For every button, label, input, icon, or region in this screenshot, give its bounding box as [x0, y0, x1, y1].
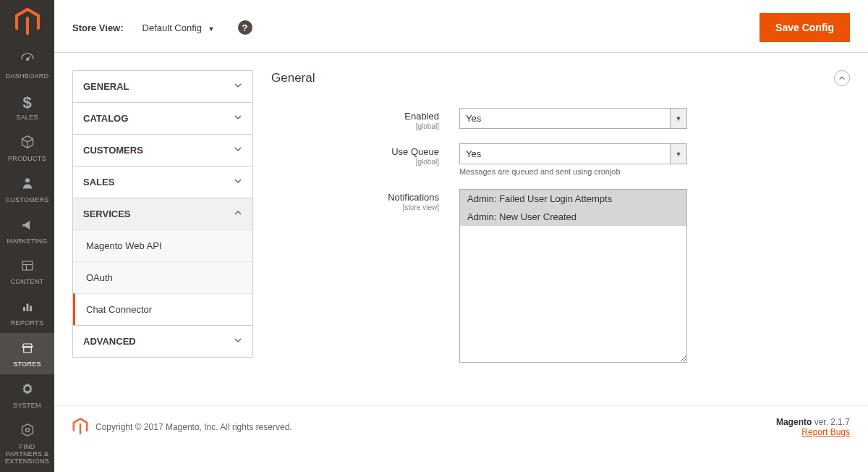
admin-sidebar: DASHBOARD $ SALES PRODUCTS CUSTOMERS MAR…	[0, 0, 54, 449]
sidebar-item-products[interactable]: PRODUCTS	[0, 127, 54, 169]
config-nav-header[interactable]: ADVANCED	[73, 326, 252, 357]
sidebar-label: MARKETING	[7, 238, 47, 245]
report-bugs-link[interactable]: Report Bugs	[801, 427, 850, 437]
config-nav-link-chat-connector[interactable]: Chat Connector	[73, 293, 252, 325]
chevron-down-icon	[234, 81, 242, 92]
topbar: Store View: Default Config ▼ ? Save Conf…	[54, 0, 868, 53]
svg-rect-7	[26, 304, 28, 312]
multiselect-option[interactable]: Admin: Failed User Login Attempts	[460, 190, 686, 208]
sidebar-item-partners[interactable]: FIND PARTNERS & EXTENSIONS	[0, 416, 54, 449]
svg-rect-8	[30, 306, 32, 312]
config-nav-label: CATALOG	[83, 113, 128, 124]
person-icon	[21, 176, 34, 195]
caret-down-icon: ▼	[208, 25, 215, 33]
config-nav-section-sales: SALES	[73, 167, 252, 198]
help-icon[interactable]: ?	[238, 20, 252, 35]
sidebar-label: STORES	[13, 361, 41, 368]
sidebar-label: PRODUCTS	[8, 156, 46, 163]
chevron-down-icon	[234, 336, 242, 347]
footer: Copyright © 2017 Magento, Inc. All right…	[54, 405, 868, 449]
partners-icon	[20, 423, 35, 442]
sidebar-item-sales[interactable]: $ SALES	[0, 86, 54, 127]
chevron-down-icon	[234, 177, 242, 187]
config-nav-section-advanced: ADVANCED	[73, 326, 252, 357]
gear-icon	[20, 382, 35, 400]
sidebar-item-reports[interactable]: REPORTS	[0, 292, 54, 333]
sidebar-label: REPORTS	[11, 320, 43, 327]
section-title-row: General	[271, 70, 850, 86]
config-nav-section-catalog: CATALOG	[73, 103, 252, 135]
sidebar-label: SYSTEM	[13, 403, 41, 410]
field-label: Use Queue	[391, 146, 439, 157]
cube-icon	[20, 135, 35, 153]
config-nav-label: CUSTOMERS	[83, 145, 143, 156]
field-input-col: Yes ▼	[459, 108, 687, 129]
store-view-value: Default Config	[142, 22, 202, 33]
enabled-select[interactable]: Yes ▼	[459, 108, 687, 129]
config-nav-header[interactable]: SERVICES	[73, 198, 252, 229]
sidebar-label: CONTENT	[11, 279, 44, 286]
megaphone-icon	[20, 217, 35, 236]
config-nav-link-oauth[interactable]: OAuth	[73, 261, 252, 293]
select-arrow-icon: ▼	[670, 143, 687, 164]
svg-point-9	[25, 429, 29, 432]
chevron-down-icon	[234, 113, 242, 124]
version-number: ver. 2.1.7	[812, 417, 850, 427]
select-value: Yes	[459, 108, 670, 129]
sidebar-item-system[interactable]: SYSTEM	[0, 374, 54, 416]
svg-rect-3	[22, 261, 33, 270]
field-row-use-queue: Use Queue [global] Yes ▼ Messages are qu…	[271, 143, 850, 176]
collapse-section-button[interactable]	[834, 70, 850, 86]
footer-right: Magento ver. 2.1.7 Report Bugs	[776, 417, 850, 437]
magento-logo-small	[72, 418, 88, 437]
sidebar-label: DASHBOARD	[6, 73, 49, 80]
sidebar-item-stores[interactable]: STORES	[0, 333, 54, 374]
select-value: Yes	[459, 143, 670, 164]
field-scope: [global]	[271, 158, 439, 166]
field-row-notifications: Notifications [store view] Admin: Failed…	[271, 189, 850, 363]
main-content: Store View: Default Config ▼ ? Save Conf…	[54, 0, 868, 405]
config-nav-label: ADVANCED	[83, 336, 136, 347]
config-nav: GENERAL CATALOG CUSTOMERS SALES	[72, 70, 253, 358]
field-label: Notifications	[388, 192, 439, 203]
config-nav-items: Magento Web API OAuth Chat Connector	[73, 229, 252, 325]
magento-logo[interactable]	[0, 0, 54, 43]
config-nav-header[interactable]: GENERAL	[73, 71, 252, 102]
dashboard-icon	[20, 51, 35, 71]
config-nav-label: SALES	[83, 177, 114, 187]
layout-icon	[20, 258, 35, 277]
sidebar-item-marketing[interactable]: MARKETING	[0, 210, 54, 251]
config-nav-header[interactable]: SALES	[73, 167, 252, 198]
field-row-enabled: Enabled [global] Yes ▼	[271, 108, 850, 130]
config-nav-link-web-api[interactable]: Magento Web API	[73, 229, 252, 261]
select-arrow-icon: ▼	[670, 108, 687, 129]
section-title: General	[271, 71, 315, 85]
sidebar-label: FIND PARTNERS & EXTENSIONS	[3, 444, 51, 449]
field-label-col: Use Queue [global]	[271, 143, 459, 166]
config-nav-label: SERVICES	[83, 208, 131, 219]
field-input-col: Admin: Failed User Login Attempts Admin:…	[459, 189, 687, 363]
multiselect-option[interactable]: Admin: New User Created	[460, 208, 686, 226]
sidebar-item-customers[interactable]: CUSTOMERS	[0, 169, 54, 210]
config-nav-header[interactable]: CUSTOMERS	[73, 135, 252, 166]
field-label-col: Notifications [store view]	[271, 189, 459, 211]
field-note: Messages are queued and sent using cronj…	[459, 167, 687, 176]
field-label-col: Enabled [global]	[271, 108, 459, 130]
sidebar-label: CUSTOMERS	[5, 197, 48, 204]
store-view-switcher[interactable]: Default Config ▼	[138, 22, 215, 33]
bar-chart-icon	[20, 299, 35, 318]
use-queue-select[interactable]: Yes ▼	[459, 143, 687, 164]
version-label: Magento	[776, 417, 812, 427]
sidebar-item-content[interactable]: CONTENT	[0, 250, 54, 292]
notifications-multiselect[interactable]: Admin: Failed User Login Attempts Admin:…	[459, 189, 687, 363]
chevron-down-icon	[234, 145, 242, 156]
svg-rect-6	[23, 307, 25, 311]
save-config-button[interactable]: Save Config	[760, 13, 850, 42]
svg-point-2	[25, 178, 30, 182]
store-icon	[20, 340, 35, 359]
config-nav-header[interactable]: CATALOG	[73, 103, 252, 134]
sidebar-item-dashboard[interactable]: DASHBOARD	[0, 43, 54, 86]
config-nav-label: GENERAL	[83, 81, 129, 92]
config-nav-section-customers: CUSTOMERS	[73, 135, 252, 167]
dollar-icon: $	[22, 93, 31, 112]
